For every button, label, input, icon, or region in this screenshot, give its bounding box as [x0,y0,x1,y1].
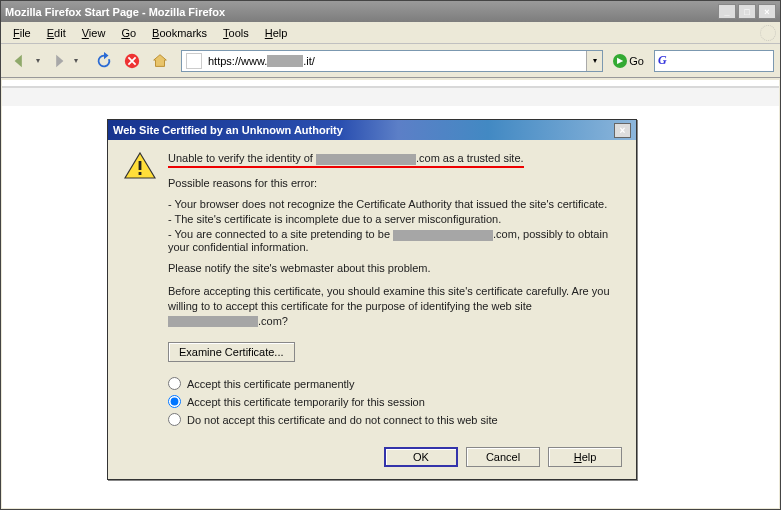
search-engine-icon: G [658,53,674,69]
radio-temporary[interactable]: Accept this certificate temporarily for … [168,395,620,408]
close-window-button[interactable]: × [758,4,776,19]
go-button[interactable]: ▶Go [609,54,648,68]
browser-window: Mozilla Firefox Start Page - Mozilla Fir… [0,0,781,510]
reason-2: - The site's certificate is incomplete d… [168,213,620,225]
reason-3: - You are connected to a site pretending… [168,228,620,253]
window-titlebar: Mozilla Firefox Start Page - Mozilla Fir… [1,1,780,22]
svg-rect-1 [139,161,142,170]
menu-view[interactable]: View [74,25,114,41]
reload-button[interactable] [91,48,117,74]
back-button[interactable] [7,48,33,74]
back-dropdown[interactable]: ▾ [33,56,43,65]
url-bar[interactable]: https://www..it/ ▾ [181,50,603,72]
forward-button[interactable] [45,48,71,74]
forward-dropdown[interactable]: ▾ [71,56,81,65]
maximize-button[interactable]: □ [738,4,756,19]
reasons-intro: Possible reasons for this error: [168,176,620,191]
throbber-icon [760,25,776,41]
nav-toolbar: ▾ ▾ https://www..it/ ▾ ▶Go G [1,44,780,78]
radio-permanent[interactable]: Accept this certificate permanently [168,377,620,390]
menu-bookmarks[interactable]: Bookmarks [144,25,215,41]
search-box[interactable]: G [654,50,774,72]
menu-go[interactable]: Go [113,25,144,41]
url-dropdown[interactable]: ▾ [586,51,602,71]
examine-certificate-button[interactable]: Examine Certificate... [168,342,295,362]
reason-1: - Your browser does not recognize the Ce… [168,198,620,210]
menu-tools[interactable]: Tools [215,25,257,41]
url-input[interactable]: https://www..it/ [206,55,586,67]
window-title: Mozilla Firefox Start Page - Mozilla Fir… [5,6,225,18]
radio-reject[interactable]: Do not accept this certificate and do no… [168,413,620,426]
ok-button[interactable]: OK [384,447,458,467]
home-button[interactable] [147,48,173,74]
menu-file[interactable]: File [5,25,39,41]
cancel-button[interactable]: Cancel [466,447,540,467]
menubar: File Edit View Go Bookmarks Tools Help [1,22,780,44]
dialog-headline: Unable to verify the identity of .com as… [168,152,620,168]
dialog-title: Web Site Certified by an Unknown Authori… [113,124,343,136]
dialog-titlebar: Web Site Certified by an Unknown Authori… [108,120,636,140]
menu-edit[interactable]: Edit [39,25,74,41]
cert-warning-dialog: Web Site Certified by an Unknown Authori… [107,119,637,480]
help-button[interactable]: Help [548,447,622,467]
dialog-close-button[interactable]: × [614,123,631,138]
menu-help[interactable]: Help [257,25,296,41]
warning-icon [124,152,156,180]
notify-text: Please notify the site's webmaster about… [168,261,620,276]
svg-rect-2 [139,172,142,175]
minimize-button[interactable]: _ [718,4,736,19]
stop-button[interactable] [119,48,145,74]
before-accept-text: Before accepting this certificate, you s… [168,284,620,329]
favicon-icon [186,53,202,69]
